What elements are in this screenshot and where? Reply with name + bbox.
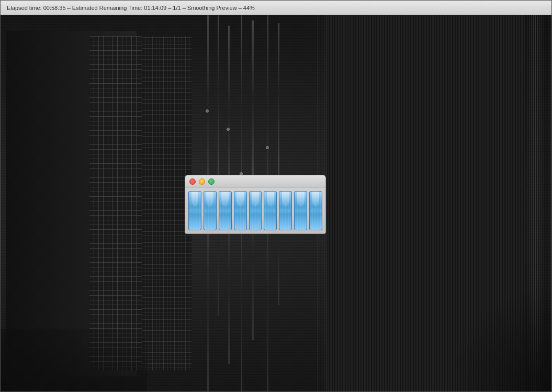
scene-mesh-panel-1 — [89, 36, 142, 371]
app-window: Elapsed time: 00:58:35 – Estimated Remai… — [0, 0, 552, 392]
status-text: Elapsed time: 00:58:35 – Estimated Remai… — [7, 5, 255, 11]
dialog-zoom-button[interactable] — [208, 178, 215, 185]
dialog-close-button[interactable] — [189, 178, 196, 185]
dialog-content — [185, 187, 326, 234]
dialog-minimize-button[interactable] — [199, 178, 205, 185]
corner-gradient-bl — [1, 329, 147, 391]
slot-button-5[interactable] — [249, 191, 262, 230]
corner-gradient-br — [447, 287, 551, 391]
slot-button-4[interactable] — [234, 191, 247, 230]
title-bar: Elapsed time: 00:58:35 – Estimated Remai… — [1, 1, 551, 15]
slot-button-3[interactable] — [219, 191, 232, 230]
slot-button-1[interactable] — [188, 191, 201, 230]
dialog-titlebar — [185, 175, 326, 187]
slot-button-6[interactable] — [264, 191, 277, 230]
floating-dialog — [185, 175, 326, 234]
slot-button-9[interactable] — [309, 191, 322, 230]
slot-button-8[interactable] — [294, 191, 307, 230]
slot-button-7[interactable] — [279, 191, 292, 230]
slot-button-2[interactable] — [204, 191, 217, 230]
scene-mesh-panel-2 — [142, 36, 191, 371]
render-viewport — [1, 15, 551, 391]
